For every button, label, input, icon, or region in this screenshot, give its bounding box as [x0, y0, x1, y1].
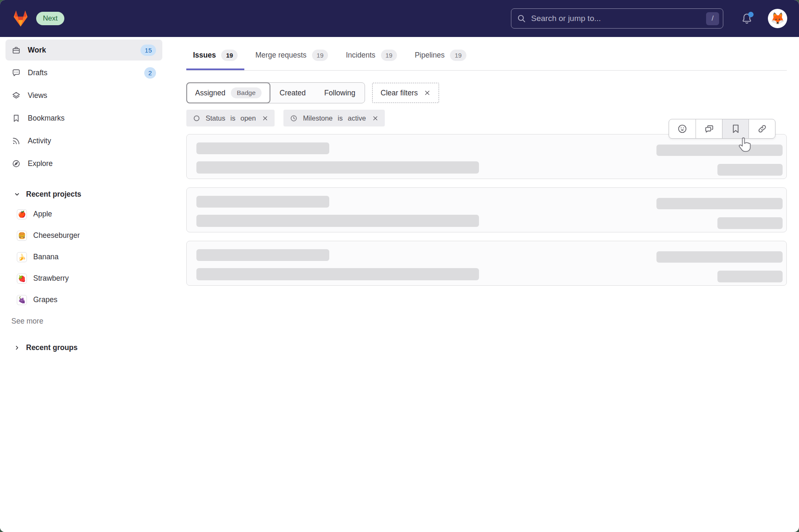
emoji-reaction-button[interactable]: [669, 119, 696, 138]
project-label: Banana: [33, 253, 58, 261]
compass-icon: [12, 159, 21, 168]
tab-bar: Issues 19 Merge requests 19 Incidents 19…: [186, 50, 787, 71]
sidebar-item-activity[interactable]: Activity: [5, 130, 162, 151]
close-icon[interactable]: [372, 115, 378, 121]
sidebar-item-work[interactable]: Work 15: [5, 40, 162, 61]
sidebar-item-label: Activity: [28, 137, 51, 145]
project-avatar: 🍇: [17, 295, 27, 305]
skeleton-bar: [196, 196, 329, 208]
notification-dot-badge: [748, 12, 754, 17]
comments-button[interactable]: [696, 119, 722, 138]
comments-icon: [704, 124, 714, 134]
skeleton-bar: [196, 268, 479, 280]
filter-segmented-control: Assigned Badge Created Following: [186, 82, 365, 103]
project-item-banana[interactable]: 🍌 Banana: [5, 246, 162, 268]
app-window: Next / 🦊 Work 15: [0, 0, 799, 532]
project-avatar: 🍓: [17, 274, 27, 284]
skeleton-bar: [656, 198, 783, 209]
skeleton-card: [186, 187, 787, 232]
skeleton-bar: [196, 215, 479, 227]
bookmark-button[interactable]: [722, 119, 749, 138]
tab-count-badge: 19: [221, 50, 238, 61]
recent-projects-heading[interactable]: Recent projects: [5, 185, 162, 203]
drafts-count-badge: 2: [144, 67, 156, 79]
bookmark-icon: [12, 114, 21, 123]
link-icon: [757, 124, 767, 134]
project-item-strawberry[interactable]: 🍓 Strawberry: [5, 268, 162, 289]
project-item-cheeseburger[interactable]: 🍔 Cheeseburger: [5, 225, 162, 246]
layers-icon: [12, 91, 21, 100]
slash-shortcut-key: /: [706, 12, 719, 25]
sidebar-item-drafts[interactable]: Drafts 2: [5, 62, 162, 83]
recent-projects-section: Recent projects 🍎 Apple 🍔 Cheeseburger 🍌…: [5, 185, 162, 331]
tab-count-badge: 19: [312, 50, 328, 61]
project-label: Strawberry: [33, 274, 69, 283]
tab-merge-requests[interactable]: Merge requests 19: [249, 50, 335, 70]
chevron-right-icon: [14, 345, 20, 351]
filter-token-milestone[interactable]: Milestone is active: [283, 110, 385, 126]
skeleton-card: [186, 241, 787, 286]
project-item-apple[interactable]: 🍎 Apple: [5, 203, 162, 225]
activity-icon: [12, 137, 21, 145]
skeleton-card: [186, 134, 787, 179]
skeleton-bar: [656, 251, 783, 263]
issue-list: [186, 134, 787, 286]
project-label: Cheeseburger: [33, 231, 80, 240]
tab-count-badge: 19: [450, 50, 466, 61]
recent-groups-heading[interactable]: Recent groups: [5, 338, 162, 357]
skeleton-bar: [656, 145, 783, 156]
sidebar-item-label: Explore: [28, 159, 53, 168]
top-navigation-bar: Next / 🦊: [0, 0, 799, 37]
copy-link-button[interactable]: [749, 119, 775, 138]
sidebar: Work 15 Drafts 2 Views Bookmarks: [0, 37, 168, 532]
work-count-badge: 15: [140, 45, 156, 56]
project-item-grapes[interactable]: 🍇 Grapes: [5, 289, 162, 311]
search-bar[interactable]: /: [511, 8, 723, 29]
filter-token-status[interactable]: Status is open: [186, 110, 275, 126]
sidebar-item-label: Bookmarks: [28, 114, 65, 123]
search-input[interactable]: [531, 14, 706, 23]
bookmark-icon: [730, 124, 741, 134]
clear-filters-button[interactable]: Clear filters: [372, 83, 439, 103]
briefcase-icon: [12, 46, 21, 55]
project-label: Apple: [33, 210, 52, 219]
search-icon: [517, 14, 526, 23]
project-avatar: 🍔: [17, 231, 27, 241]
emoji-smiley-icon: [677, 124, 688, 134]
sidebar-item-bookmarks[interactable]: Bookmarks: [5, 108, 162, 129]
sidebar-item-label: Work: [28, 46, 46, 55]
skeleton-bar: [196, 249, 329, 261]
filter-following-button[interactable]: Following: [315, 83, 365, 103]
user-avatar[interactable]: 🦊: [768, 9, 787, 28]
project-avatar: 🍌: [17, 252, 27, 262]
skeleton-bar: [196, 142, 329, 154]
notifications-button[interactable]: [741, 12, 753, 25]
tab-count-badge: 19: [381, 50, 397, 61]
sidebar-item-label: Drafts: [28, 68, 48, 77]
skeleton-bar: [717, 164, 783, 176]
project-avatar: 🍎: [17, 209, 27, 219]
main-content: Issues 19 Merge requests 19 Incidents 19…: [186, 37, 787, 294]
status-circle-icon: [193, 114, 201, 122]
gitlab-tanuki-logo-icon[interactable]: [11, 10, 30, 27]
filter-button-row: Assigned Badge Created Following Clear f…: [186, 82, 787, 103]
sidebar-item-label: Views: [28, 91, 47, 100]
sidebar-item-views[interactable]: Views: [5, 85, 162, 106]
chevron-down-icon: [14, 191, 20, 198]
see-more-link[interactable]: See more: [5, 312, 162, 331]
close-icon: [424, 90, 431, 96]
clock-icon: [290, 114, 298, 122]
filter-assigned-button[interactable]: Assigned Badge: [186, 82, 270, 103]
tab-pipelines[interactable]: Pipelines 19: [408, 50, 473, 70]
project-label: Grapes: [33, 295, 57, 304]
close-icon[interactable]: [262, 115, 268, 121]
sidebar-item-explore[interactable]: Explore: [5, 153, 162, 174]
next-badge: Next: [36, 12, 64, 25]
assigned-badge: Badge: [231, 87, 262, 99]
skeleton-bar: [717, 217, 783, 229]
tab-incidents[interactable]: Incidents 19: [339, 50, 404, 70]
comment-dots-icon: [12, 68, 21, 77]
hover-actions-toolbar: [669, 119, 775, 139]
tab-issues[interactable]: Issues 19: [186, 50, 244, 70]
filter-created-button[interactable]: Created: [270, 83, 315, 103]
